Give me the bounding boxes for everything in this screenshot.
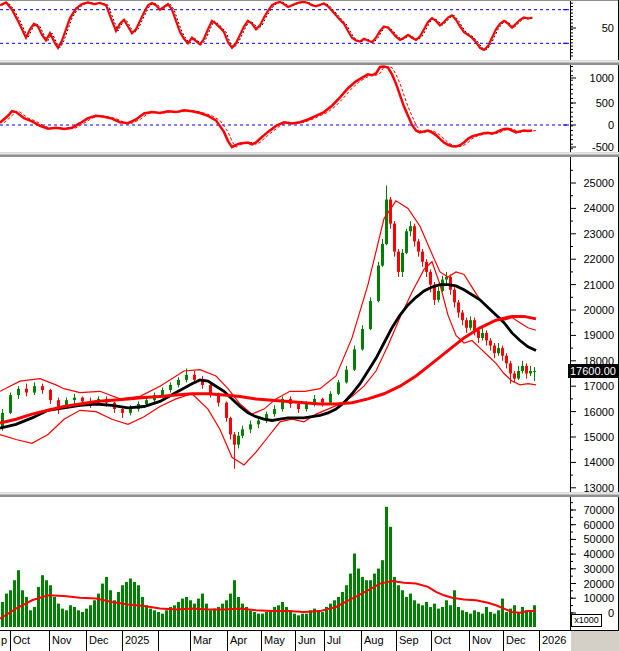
month-tick — [190, 631, 191, 651]
price-with-bollinger-and-mas — [0, 186, 536, 469]
svg-text:70000: 70000 — [583, 504, 614, 516]
month-label: Dec — [89, 634, 109, 646]
month-label: Nov — [472, 634, 492, 646]
month-label: Aug — [364, 634, 384, 646]
bollinger-upper — [0, 201, 536, 414]
month-tick — [324, 631, 325, 651]
chart-canvas[interactable]: 5010005000-50025000240002300022000210002… — [0, 0, 619, 651]
svg-text:24000: 24000 — [583, 202, 614, 214]
month-label: Jul — [327, 634, 341, 646]
stochastic-oscillator — [0, 2, 570, 50]
month-label: Sep — [399, 634, 419, 646]
svg-text:22000: 22000 — [583, 253, 614, 265]
pane-splitter-1[interactable] — [0, 60, 619, 65]
month-label: 2025 — [125, 634, 149, 646]
svg-text:20000: 20000 — [583, 578, 614, 590]
month-tick — [227, 631, 228, 651]
month-label: 2026 — [542, 634, 566, 646]
month-tick — [361, 631, 362, 651]
month-tick — [86, 631, 87, 651]
month-label: Dec — [506, 634, 526, 646]
month-tick — [539, 631, 540, 651]
last-price-label: 17600.00 — [568, 364, 619, 378]
svg-text:16000: 16000 — [583, 406, 614, 418]
month-tick — [10, 631, 11, 651]
svg-text:500: 500 — [596, 97, 614, 109]
month-tick — [49, 631, 50, 651]
svg-text:15000: 15000 — [583, 431, 614, 443]
svg-text:21000: 21000 — [583, 279, 614, 291]
month-tick — [503, 631, 504, 651]
svg-text:1000: 1000 — [590, 72, 614, 84]
svg-text:19000: 19000 — [583, 329, 614, 341]
month-label: Apr — [230, 634, 247, 646]
ma-red — [0, 316, 536, 423]
time-axis[interactable]: pOctNovDec2025MarAprMayJunJulAugSepOctNo… — [0, 631, 619, 651]
ma-black — [0, 285, 536, 429]
month-label: Jun — [298, 634, 316, 646]
month-tick — [295, 631, 296, 651]
svg-text:17000: 17000 — [583, 380, 614, 392]
volume-unit-label: x1000 — [571, 614, 602, 627]
month-tick — [396, 631, 397, 651]
pane-splitter-2[interactable] — [0, 152, 619, 157]
month-label: p — [1, 634, 7, 646]
month-label: Oct — [434, 634, 451, 646]
svg-text:14000: 14000 — [583, 456, 614, 468]
svg-text:30000: 30000 — [583, 563, 614, 575]
svg-text:50: 50 — [602, 22, 614, 34]
volume — [0, 507, 536, 627]
month-label: Oct — [13, 634, 30, 646]
svg-text:60000: 60000 — [583, 519, 614, 531]
svg-text:10000: 10000 — [583, 592, 614, 604]
svg-text:0: 0 — [608, 607, 614, 619]
scale-corner — [571, 631, 619, 651]
svg-text:50000: 50000 — [583, 533, 614, 545]
svg-text:20000: 20000 — [583, 304, 614, 316]
month-tick — [158, 631, 159, 651]
month-tick — [261, 631, 262, 651]
month-tick — [122, 631, 123, 651]
momentum-oscillator — [0, 67, 570, 148]
month-label: May — [264, 634, 285, 646]
pane-splitter-3[interactable] — [0, 492, 619, 497]
svg-text:0: 0 — [608, 119, 614, 131]
svg-text:23000: 23000 — [583, 228, 614, 240]
month-tick — [469, 631, 470, 651]
month-label: Nov — [52, 634, 72, 646]
month-tick — [431, 631, 432, 651]
stock-chart-window: 5010005000-50025000240002300022000210002… — [0, 0, 619, 651]
month-label: Mar — [193, 634, 212, 646]
svg-text:40000: 40000 — [583, 548, 614, 560]
svg-text:25000: 25000 — [583, 177, 614, 189]
